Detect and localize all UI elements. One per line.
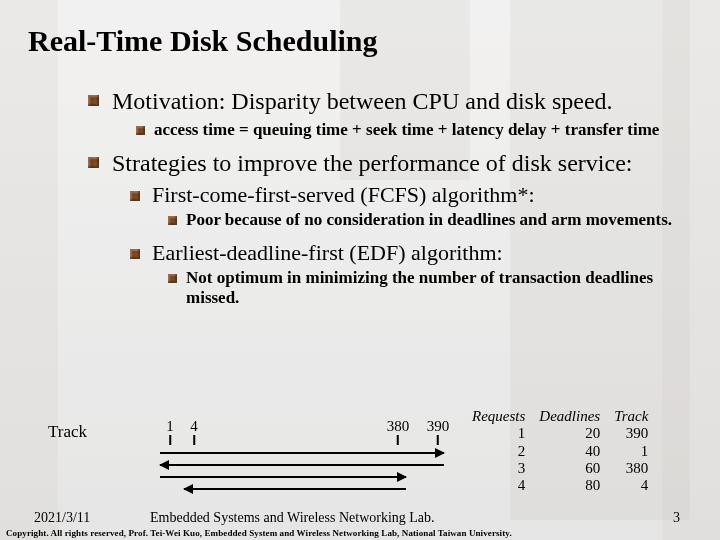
cell: 390 [614, 425, 648, 442]
header-deadlines: Deadlines [539, 408, 600, 425]
arrow-left-1 [160, 464, 444, 466]
bullet-access-equation: access time = queuing time + seek time +… [136, 120, 692, 140]
request-table: Requests 1 2 3 4 Deadlines 20 40 60 80 T… [472, 408, 648, 494]
bullet-text: access time = queuing time + seek time +… [154, 120, 659, 139]
bullet-text: Earliest-deadline-first (EDF) algorithm: [152, 240, 503, 265]
tick-mark [193, 435, 195, 445]
header-track: Track [614, 408, 648, 425]
footer-date: 2021/3/11 [34, 510, 90, 526]
tick-label: 4 [190, 418, 198, 434]
tick-4: 4 [190, 418, 198, 445]
slide: Real-Time Disk Scheduling Motivation: Di… [0, 0, 720, 540]
bullet-fcfs: First-come-first-served (FCFS) algorithm… [130, 182, 692, 208]
arrow-right-2 [160, 476, 406, 478]
cell: 2 [472, 443, 525, 460]
track-axis-label: Track [48, 422, 87, 442]
arrow-right-1 [160, 452, 444, 454]
cell: 80 [539, 477, 600, 494]
footer: 2021/3/11 Embedded Systems and Wireless … [0, 510, 720, 526]
tick-label: 390 [427, 418, 450, 434]
copyright-line: Copyright. All rights reserved, Prof. Te… [6, 528, 512, 538]
cell: 20 [539, 425, 600, 442]
bullet-motivation: Motivation: Disparity between CPU and di… [88, 86, 692, 116]
track-axis: 1 4 380 390 [160, 418, 460, 488]
col-requests: Requests 1 2 3 4 [472, 408, 525, 494]
footer-center: Embedded Systems and Wireless Networking… [150, 510, 435, 526]
bullet-text: Poor because of no consideration in dead… [186, 210, 672, 229]
cell: 4 [472, 477, 525, 494]
cell: 3 [472, 460, 525, 477]
tick-390: 390 [427, 418, 450, 445]
bullet-text: Motivation: Disparity between CPU and di… [112, 88, 613, 114]
bullet-text: Strategies to improve the performance of… [112, 150, 633, 176]
track-diagram: Track 1 4 380 390 [60, 394, 660, 494]
cell: 60 [539, 460, 600, 477]
cell: 4 [614, 477, 648, 494]
bullet-text: Not optimum in minimizing the number of … [186, 268, 653, 307]
cell: 40 [539, 443, 600, 460]
bullet-fcfs-sub: Poor because of no consideration in dead… [168, 210, 692, 230]
tick-mark [397, 435, 399, 445]
col-track: Track 390 1 380 4 [614, 408, 648, 494]
tick-label: 380 [387, 418, 410, 434]
bullet-strategies: Strategies to improve the performance of… [88, 148, 692, 178]
arrow-left-2 [184, 488, 406, 490]
bullet-edf-sub: Not optimum in minimizing the number of … [168, 268, 692, 308]
tick-mark [437, 435, 439, 445]
col-deadlines: Deadlines 20 40 60 80 [539, 408, 600, 494]
cell: 380 [614, 460, 648, 477]
cell: 1 [472, 425, 525, 442]
header-requests: Requests [472, 408, 525, 425]
slide-title: Real-Time Disk Scheduling [28, 24, 692, 58]
tick-label: 1 [166, 418, 174, 434]
bullet-edf: Earliest-deadline-first (EDF) algorithm: [130, 240, 692, 266]
tick-mark [169, 435, 171, 445]
bullet-text: First-come-first-served (FCFS) algorithm… [152, 182, 535, 207]
cell: 1 [614, 443, 648, 460]
tick-380: 380 [387, 418, 410, 445]
footer-page: 3 [673, 510, 680, 526]
tick-1: 1 [166, 418, 174, 445]
